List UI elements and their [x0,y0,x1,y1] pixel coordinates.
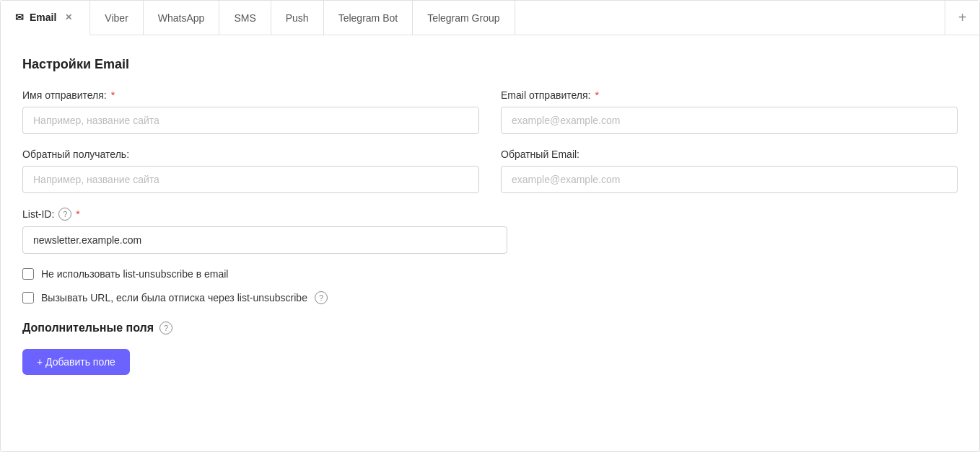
tab-email-label: Email [30,12,56,23]
list-id-required: * [76,208,79,220]
list-id-group: List-ID: ? * [22,208,507,254]
list-id-help-icon[interactable]: ? [58,208,71,221]
section-title: Настройки Email [22,57,958,72]
checkbox-no-list-unsubscribe[interactable] [22,268,34,280]
close-email-tab-button[interactable]: ✕ [62,11,75,24]
checkbox-call-url-unsubscribe[interactable] [22,292,34,303]
add-field-button[interactable]: + Добавить поле [22,349,130,375]
tab-sms[interactable]: SMS [219,1,271,35]
additional-fields-help-icon[interactable]: ? [159,322,172,334]
additional-fields-header: Дополнительные поля ? [22,322,958,334]
tab-telegram-bot[interactable]: Telegram Bot [324,1,413,35]
tab-push-label: Push [286,12,309,24]
reply-to-label: Обратный получатель: [22,149,479,160]
tab-telegram-bot-label: Telegram Bot [338,12,398,24]
email-settings-content: Настройки Email Имя отправителя: * Email… [1,35,979,396]
checkbox-url-unsubscribe-row: Вызывать URL, если была отписка через li… [22,291,958,304]
sender-email-label: Email отправителя: * [501,89,958,101]
checkbox-no-list-unsubscribe-label[interactable]: Не использовать list-unsubscribe в email [41,268,228,280]
sender-name-required: * [111,89,115,101]
tab-viber-label: Viber [105,12,128,24]
app-container: ✉ Email ✕ Viber WhatsApp SMS Push Telegr… [0,0,980,452]
tab-telegram-group-label: Telegram Group [427,12,499,24]
sender-email-group: Email отправителя: * [501,89,958,134]
tab-whatsapp[interactable]: WhatsApp [144,1,220,35]
list-id-label: List-ID: ? * [22,208,507,221]
sender-name-input[interactable] [22,107,479,134]
reply-email-label: Обратный Email: [501,149,958,160]
sender-email-required: * [595,89,598,101]
reply-to-row: Обратный получатель: Обратный Email: [22,149,958,193]
tab-telegram-group[interactable]: Telegram Group [413,1,515,35]
sender-email-input[interactable] [501,107,958,134]
add-tab-button[interactable]: + [945,1,979,35]
email-tab-icon: ✉ [15,12,24,23]
checkbox-call-url-label[interactable]: Вызывать URL, если была отписка через li… [41,292,307,303]
list-id-row: List-ID: ? * [22,208,958,254]
url-unsubscribe-help-icon[interactable]: ? [315,291,328,304]
reply-email-group: Обратный Email: [501,149,958,193]
tab-sms-label: SMS [234,12,255,24]
tab-push[interactable]: Push [271,1,324,35]
sender-name-label: Имя отправителя: * [22,89,479,101]
sender-row: Имя отправителя: * Email отправителя: * [22,89,958,134]
reply-to-name-input[interactable] [22,166,479,193]
sender-name-group: Имя отправителя: * [22,89,479,134]
list-id-input[interactable] [22,226,507,254]
add-tab-icon: + [958,9,967,26]
reply-email-input[interactable] [501,166,958,193]
tab-email[interactable]: ✉ Email ✕ [1,1,90,35]
additional-fields-section: Дополнительные поля ? + Добавить поле [22,322,958,375]
tab-viber[interactable]: Viber [90,1,143,35]
tab-whatsapp-label: WhatsApp [158,12,205,24]
checkbox-list-unsubscribe-row: Не использовать list-unsubscribe в email [22,268,958,280]
tab-bar: ✉ Email ✕ Viber WhatsApp SMS Push Telegr… [1,1,979,35]
additional-fields-title: Дополнительные поля [22,322,154,334]
reply-to-name-group: Обратный получатель: [22,149,479,193]
